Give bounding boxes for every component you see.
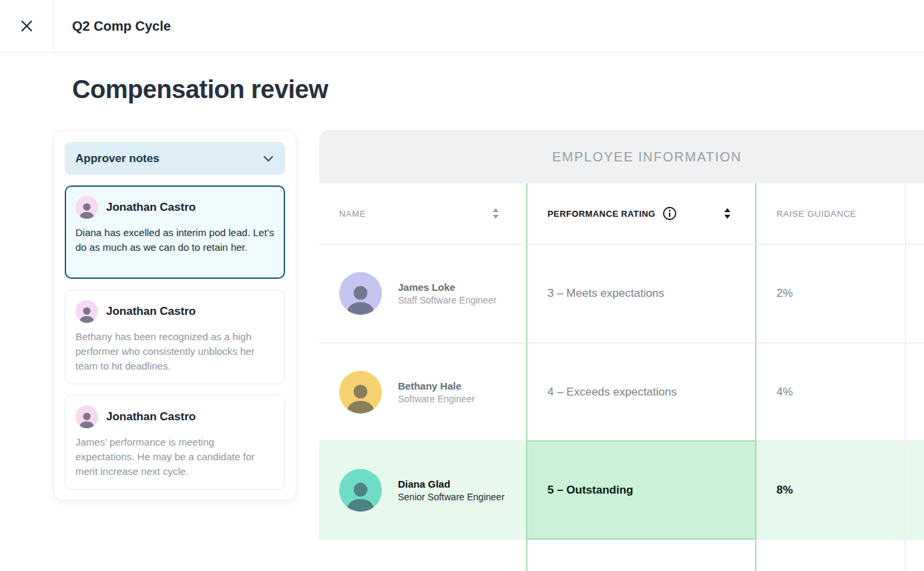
window-title: Q2 Comp Cycle (54, 0, 171, 52)
close-button[interactable] (13, 13, 40, 39)
table-row-bethany-name-cell: Bethany Hale Software Engineer (319, 342, 526, 440)
rating-value: 4 – Exceeds expectations (547, 386, 677, 399)
column-header-extra (905, 183, 924, 243)
avatar (339, 469, 382, 512)
table-row-bethany-extra-cell (905, 342, 924, 440)
employee-table: EMPLOYEE INFORMATION NAME PERFORMANCE RA… (319, 130, 924, 571)
employee-title: Staff Software Engineer (398, 295, 497, 306)
close-button-container (0, 0, 54, 52)
approver-notes-label: Approver notes (75, 152, 160, 165)
rating-value: 5 – Outstanding (547, 484, 633, 497)
table-row-diana-extra-cell (905, 440, 924, 538)
avatar (339, 371, 382, 414)
table-row-bethany-raise-cell: 4% (756, 342, 905, 440)
employee-name: Diana Glad (398, 478, 505, 490)
sort-icon[interactable] (724, 208, 731, 219)
note-author: Jonathan Castro (106, 201, 196, 214)
note-author: Jonathan Castro (106, 410, 196, 424)
column-header-raise-guidance: RAISE GUIDANCE (756, 183, 905, 243)
employee-title: Software Engineer (398, 394, 475, 404)
avatar (75, 406, 98, 428)
rating-value: 3 – Meets expectations (547, 287, 664, 300)
table-row-james-name-cell: James Loke Staff Software Engineer (319, 243, 526, 342)
table-row-diana-rating-cell[interactable]: 5 – Outstanding (526, 440, 756, 538)
table-row-bethany-rating-cell[interactable]: 4 – Exceeds expectations (526, 342, 756, 440)
employee-name: James Loke (398, 281, 497, 293)
table-row-partial-extra-cell (905, 538, 924, 571)
table-row-james-extra-cell (905, 243, 924, 342)
table-row-diana-name-cell: Diana Glad Senior Software Engineer (319, 440, 526, 538)
raise-value: 8% (776, 484, 793, 497)
note-text: Bethany has been recognized as a high pe… (75, 330, 274, 374)
name-column-label: NAME (339, 209, 366, 219)
table-row-james-raise-cell: 2% (756, 243, 905, 342)
avatar (339, 272, 382, 315)
info-icon[interactable] (662, 206, 677, 221)
raise-value: 2% (776, 287, 793, 300)
chevron-down-icon (262, 153, 274, 164)
column-header-name: NAME (319, 183, 526, 243)
table-row-james-rating-cell[interactable]: 3 – Meets expectations (526, 243, 756, 342)
table-row-partial-raise-cell (756, 538, 905, 571)
page-title: Compensation review (72, 75, 328, 104)
note-card-bethany[interactable]: Jonathan Castro Bethany has been recogni… (65, 290, 285, 384)
top-bar: Q2 Comp Cycle (0, 0, 924, 53)
raise-guidance-column-label: RAISE GUIDANCE (776, 209, 857, 219)
table-row-partial-name-cell (319, 538, 526, 571)
close-icon (19, 19, 34, 33)
raise-value: 4% (776, 386, 793, 399)
note-card-james[interactable]: Jonathan Castro James’ performance is me… (65, 395, 285, 490)
table-group-header: EMPLOYEE INFORMATION (319, 130, 924, 183)
sort-icon[interactable] (492, 208, 499, 219)
employee-title: Senior Software Engineer (398, 492, 505, 502)
table-row-partial-rating-cell[interactable] (526, 538, 756, 571)
note-text: Diana has excelled as interim pod lead. … (75, 225, 274, 255)
note-text: James’ performance is meeting expectatio… (75, 435, 274, 479)
approver-notes-header[interactable]: Approver notes (65, 142, 285, 175)
avatar (75, 196, 98, 219)
avatar (75, 300, 98, 323)
group-header-label: EMPLOYEE INFORMATION (552, 149, 742, 165)
table-grid: NAME PERFORMANCE RATING RAISE GUIDANCE J (319, 183, 924, 571)
performance-rating-column-label: PERFORMANCE RATING (547, 209, 656, 219)
approver-notes-panel: Approver notes Jonathan Castro Diana has… (53, 130, 296, 500)
note-author: Jonathan Castro (106, 305, 196, 318)
column-header-performance-rating: PERFORMANCE RATING (526, 183, 756, 243)
employee-name: Bethany Hale (398, 380, 475, 392)
note-card-diana[interactable]: Jonathan Castro Diana has excelled as in… (65, 185, 285, 279)
table-row-diana-raise-cell: 8% (756, 440, 905, 538)
